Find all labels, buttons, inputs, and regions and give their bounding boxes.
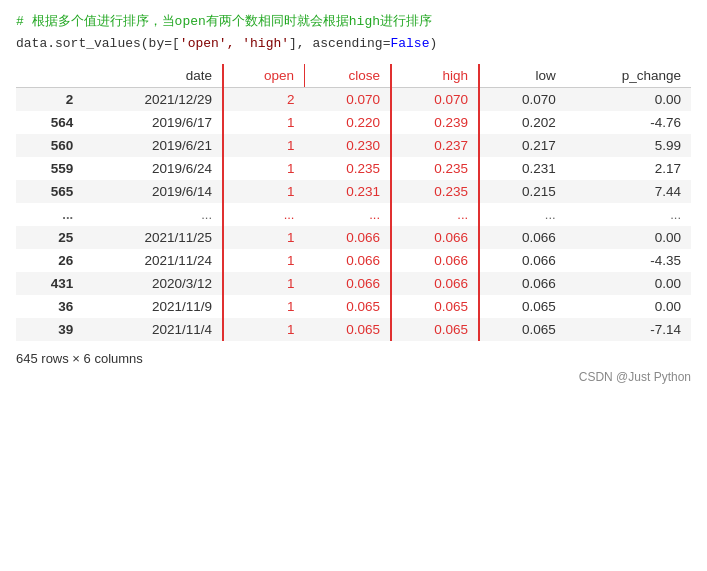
code-args: 'open', 'high'	[180, 36, 289, 51]
cell-close: 0.065	[304, 295, 391, 318]
col-header-pchange: p_change	[566, 64, 691, 88]
table-row: 4312020/3/1210.0660.0660.0660.00	[16, 272, 691, 295]
col-header-close: close	[304, 64, 391, 88]
col-header-open: open	[223, 64, 304, 88]
table-row: 392021/11/410.0650.0650.065-7.14	[16, 318, 691, 341]
data-table-container: date open close high low p_change 22021/…	[16, 64, 691, 341]
cell-close: 0.066	[304, 226, 391, 249]
cell-open: 1	[223, 226, 304, 249]
code-comment: # 根据多个值进行排序，当open有两个数相同时就会根据high进行排序	[16, 12, 691, 32]
cell-index: 26	[16, 249, 83, 272]
cell-date: 2020/3/12	[83, 272, 223, 295]
cell-high: 0.239	[391, 111, 479, 134]
footer-text: 645 rows × 6 columns	[16, 351, 691, 366]
cell-low: 0.066	[479, 249, 566, 272]
code-end: ], ascending=	[289, 36, 390, 51]
cell-index: ...	[16, 203, 83, 226]
table-row: 362021/11/910.0650.0650.0650.00	[16, 295, 691, 318]
cell-index: 431	[16, 272, 83, 295]
cell-low: 0.202	[479, 111, 566, 134]
cell-date: 2019/6/24	[83, 157, 223, 180]
cell-low: 0.231	[479, 157, 566, 180]
watermark: CSDN @Just Python	[16, 370, 691, 384]
cell-date: 2019/6/17	[83, 111, 223, 134]
table-row: 5652019/6/1410.2310.2350.2157.44	[16, 180, 691, 203]
data-table: date open close high low p_change 22021/…	[16, 64, 691, 341]
cell-pchange: 2.17	[566, 157, 691, 180]
cell-low: 0.066	[479, 226, 566, 249]
cell-high: 0.066	[391, 249, 479, 272]
cell-close: ...	[304, 203, 391, 226]
cell-open: 1	[223, 318, 304, 341]
code-function: data.sort_values(by=[	[16, 36, 180, 51]
table-row: .....................	[16, 203, 691, 226]
cell-index: 560	[16, 134, 83, 157]
cell-close: 0.231	[304, 180, 391, 203]
cell-close: 0.066	[304, 272, 391, 295]
cell-pchange: ...	[566, 203, 691, 226]
cell-open: 1	[223, 134, 304, 157]
cell-high: 0.235	[391, 180, 479, 203]
table-row: 5592019/6/2410.2350.2350.2312.17	[16, 157, 691, 180]
cell-index: 564	[16, 111, 83, 134]
cell-index: 36	[16, 295, 83, 318]
cell-date: 2021/11/9	[83, 295, 223, 318]
cell-close: 0.066	[304, 249, 391, 272]
cell-open: ...	[223, 203, 304, 226]
cell-date: 2021/11/25	[83, 226, 223, 249]
col-header-low: low	[479, 64, 566, 88]
cell-open: 2	[223, 88, 304, 112]
cell-open: 1	[223, 272, 304, 295]
cell-high: 0.235	[391, 157, 479, 180]
cell-low: ...	[479, 203, 566, 226]
table-row: 252021/11/2510.0660.0660.0660.00	[16, 226, 691, 249]
cell-low: 0.217	[479, 134, 566, 157]
col-header-high: high	[391, 64, 479, 88]
col-header-index	[16, 64, 83, 88]
cell-low: 0.215	[479, 180, 566, 203]
cell-low: 0.065	[479, 318, 566, 341]
cell-high: 0.237	[391, 134, 479, 157]
cell-close: 0.065	[304, 318, 391, 341]
cell-close: 0.220	[304, 111, 391, 134]
cell-pchange: 0.00	[566, 226, 691, 249]
cell-date: 2021/12/29	[83, 88, 223, 112]
cell-high: 0.065	[391, 295, 479, 318]
cell-pchange: 0.00	[566, 295, 691, 318]
table-row: 22021/12/2920.0700.0700.0700.00	[16, 88, 691, 112]
cell-pchange: -4.76	[566, 111, 691, 134]
table-row: 262021/11/2410.0660.0660.066-4.35	[16, 249, 691, 272]
cell-close: 0.230	[304, 134, 391, 157]
cell-index: 25	[16, 226, 83, 249]
cell-date: ...	[83, 203, 223, 226]
cell-open: 1	[223, 180, 304, 203]
cell-low: 0.066	[479, 272, 566, 295]
cell-open: 1	[223, 157, 304, 180]
cell-open: 1	[223, 249, 304, 272]
table-row: 5642019/6/1710.2200.2390.202-4.76	[16, 111, 691, 134]
cell-open: 1	[223, 111, 304, 134]
cell-high: 0.065	[391, 318, 479, 341]
cell-index: 39	[16, 318, 83, 341]
cell-open: 1	[223, 295, 304, 318]
table-row: 5602019/6/2110.2300.2370.2175.99	[16, 134, 691, 157]
cell-pchange: 0.00	[566, 88, 691, 112]
cell-pchange: -4.35	[566, 249, 691, 272]
cell-date: 2019/6/14	[83, 180, 223, 203]
cell-low: 0.065	[479, 295, 566, 318]
cell-high: 0.066	[391, 272, 479, 295]
cell-date: 2021/11/24	[83, 249, 223, 272]
code-false: False	[390, 36, 429, 51]
cell-close: 0.235	[304, 157, 391, 180]
cell-close: 0.070	[304, 88, 391, 112]
cell-index: 2	[16, 88, 83, 112]
cell-low: 0.070	[479, 88, 566, 112]
cell-pchange: -7.14	[566, 318, 691, 341]
cell-pchange: 7.44	[566, 180, 691, 203]
cell-high: 0.066	[391, 226, 479, 249]
cell-index: 565	[16, 180, 83, 203]
cell-date: 2021/11/4	[83, 318, 223, 341]
cell-high: ...	[391, 203, 479, 226]
table-header-row: date open close high low p_change	[16, 64, 691, 88]
cell-pchange: 5.99	[566, 134, 691, 157]
